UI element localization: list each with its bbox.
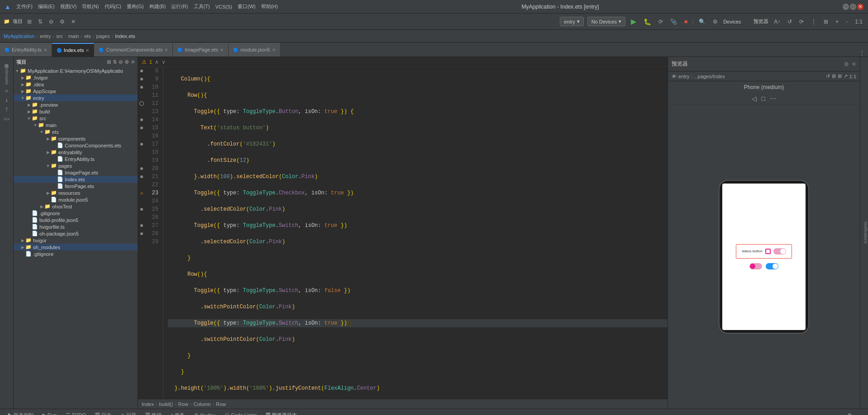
search-btn[interactable]: 🔍	[697, 18, 707, 26]
bottom-bc-build[interactable]: build()	[159, 401, 173, 407]
sidebar-item-imagepage[interactable]: ▶ 📄 ImagePage.ets	[14, 169, 138, 176]
sidebar-action-collapse[interactable]: ⊖	[119, 59, 123, 65]
menu-help[interactable]: 帮助(H)	[261, 3, 278, 10]
entry-dropdown[interactable]: entry ▾	[560, 17, 583, 26]
bottom-panel-settings-btn[interactable]: ⚙	[845, 411, 854, 415]
menu-tools[interactable]: 工具(T)	[194, 3, 210, 10]
bottom-tab-services[interactable]: ≡ 服务	[167, 410, 188, 415]
preview-rotate-btn[interactable]: ⟳	[797, 18, 806, 26]
toolbar-collapse-btn[interactable]: ⊖	[47, 18, 55, 26]
bottom-tab-codelinter[interactable]: ⬡ Code Linter	[221, 411, 260, 415]
breadcrumb-file[interactable]: Index.ets	[115, 33, 135, 39]
menu-run[interactable]: 运行(R)	[171, 3, 188, 10]
toolbar-settings-btn[interactable]: ⚙	[58, 18, 67, 26]
sidebar-item-ohmodules[interactable]: ▶ 📁 oh_modules	[14, 244, 138, 250]
sidebar-item-commoncomponents[interactable]: ▶ 📄 CommonComponents.ets	[14, 142, 138, 149]
menu-refactor[interactable]: 重构(G)	[127, 3, 144, 10]
sidebar-item-components[interactable]: ▶ 📁 components	[14, 135, 138, 142]
debug-btn[interactable]: 🐛	[642, 17, 653, 26]
tab-action-more[interactable]: ⋮	[859, 49, 865, 57]
toolbar-layout-btn[interactable]: ⊞	[25, 18, 33, 26]
bottom-bc-row2[interactable]: Row	[216, 401, 226, 407]
sidebar-item-hvigor2[interactable]: ▶ 📁 hvigor	[14, 237, 138, 244]
bottom-tab-issues[interactable]: ⚠ 问题	[117, 410, 140, 415]
bottom-tab-todo[interactable]: ☰ TODO	[62, 411, 89, 415]
window-close-button[interactable]: ✕	[857, 4, 863, 10]
preview-more-btn[interactable]: ⋮	[809, 18, 818, 26]
breadcrumb-pages[interactable]: pages	[96, 33, 110, 39]
toggle-switch-on2[interactable]	[766, 263, 778, 269]
tab-index[interactable]: 🔵 Index.ets ✕	[52, 43, 95, 57]
code-content[interactable]: Column(){ Row(){ Toggle({ type: ToggleTy…	[163, 67, 668, 399]
preview-path-grid-icon[interactable]: ⊞	[832, 73, 836, 79]
warning-chevron-down[interactable]: ∨	[162, 59, 166, 65]
sidebar-item-pages[interactable]: ▼ 📁 pages	[14, 162, 138, 169]
sidebar-item-itempage[interactable]: ▶ 📄 ItemPage.ets	[14, 183, 138, 189]
preview-path-expand-icon[interactable]: ↗	[844, 73, 848, 79]
sidebar-item-ohpackage[interactable]: ▶ 📄 oh-package.json5	[14, 230, 138, 237]
tab-close-entryability[interactable]: ✕	[43, 47, 47, 52]
sidebar-action-close[interactable]: ✕	[131, 59, 135, 65]
toolbar-sync-btn[interactable]: ⇅	[36, 18, 44, 26]
tab-entryability[interactable]: 🔵 EntryAbility.ts ✕	[0, 43, 52, 57]
sidebar-item-build[interactable]: ▶ 📁 build	[14, 108, 138, 115]
bottom-tab-run[interactable]: ▶ Run	[39, 411, 60, 415]
run-debug-btn[interactable]: ▶	[629, 16, 638, 27]
sidebar-item-entryability-ts[interactable]: ▶ 📄 EntryAbility.ts	[14, 156, 138, 162]
sidebar-item-ohostest[interactable]: ▶ 📁 ohosTest	[14, 203, 138, 210]
device-back-btn[interactable]: ◁	[752, 95, 757, 102]
sidebar-action-settings[interactable]: ⚙	[124, 59, 129, 65]
sidebar-item-entry[interactable]: ▼ 📁 entry	[14, 94, 138, 101]
preview-zoom-in-btn[interactable]: +	[834, 18, 840, 26]
bottom-tab-previewlog[interactable]: ☰ 预览器日志	[262, 410, 300, 415]
bottom-bc-index[interactable]: Index	[142, 401, 154, 407]
sidebar-item-index[interactable]: ▶ 📄 Index.ets	[14, 176, 138, 183]
menu-nav[interactable]: 导航(N)	[82, 3, 99, 10]
bottom-tab-log[interactable]: ☰ 日志	[91, 410, 115, 415]
sidebar-item-gitignore[interactable]: ▶ 📄 .gitignore	[14, 210, 138, 217]
breadcrumb-main[interactable]: main	[68, 33, 79, 39]
menu-edit[interactable]: 编辑(E)	[38, 3, 55, 10]
window-minimize-button[interactable]: ─	[843, 4, 849, 10]
profile-btn[interactable]: ⟳	[657, 18, 665, 26]
menu-view[interactable]: 视图(V)	[60, 3, 77, 10]
bottom-bc-row[interactable]: Row	[178, 401, 188, 407]
preview-path-refresh-icon[interactable]: ↺	[826, 73, 830, 79]
sidebar-item-main[interactable]: ▼ 📁 main	[14, 122, 138, 128]
sidebar-item-myapplication[interactable]: ▼ 📁 MyApplication E:\HarmonyOS\MyApplica…	[14, 67, 138, 74]
window-maximize-button[interactable]: □	[850, 4, 856, 10]
preview-actual-size-btn[interactable]: 1:1	[853, 18, 864, 26]
sidebar-item-appscope[interactable]: ▶ 📁 AppScope	[14, 88, 138, 94]
preview-refresh-btn[interactable]: ↺	[786, 18, 794, 26]
left-icon-expand[interactable]: >>	[4, 116, 10, 122]
menu-code[interactable]: 代码(C)	[105, 3, 121, 10]
tab-imagepage[interactable]: 🔵 ImagePage.ets ✕	[173, 43, 229, 57]
bottom-tab-terminal[interactable]: ☰ 终端	[142, 410, 165, 415]
menu-file[interactable]: 文件(F)	[16, 3, 33, 10]
left-icon-extra1[interactable]: ≡	[5, 88, 8, 94]
sidebar-item-src[interactable]: ▼ 📁 src	[14, 115, 138, 122]
sidebar-item-buildprofile[interactable]: ▶ 📄 build-profile.json5	[14, 217, 138, 223]
menu-build[interactable]: 构建(B)	[149, 3, 166, 10]
sidebar-item-hvigor[interactable]: ▶ 📁 .hvigor	[14, 74, 138, 81]
bottom-tab-profiler[interactable]: ⏱ Profiler	[190, 411, 219, 415]
breadcrumb-entry[interactable]: entry	[40, 33, 51, 39]
preview-zoom-out-btn[interactable]: -	[844, 18, 849, 26]
menu-window[interactable]: 窗口(W)	[238, 3, 256, 10]
preview-settings-icon[interactable]: ⚙	[844, 61, 849, 67]
preview-expand-btn[interactable]: ⊞	[822, 18, 830, 26]
warning-chevron-up[interactable]: ∧	[155, 59, 159, 65]
preview-path-ratio-icon[interactable]: 1:1	[849, 74, 856, 79]
tab-close-image[interactable]: ✕	[220, 47, 224, 52]
settings-btn[interactable]: ⚙	[711, 18, 720, 26]
device-home-btn[interactable]: □	[761, 95, 765, 102]
menu-vcs[interactable]: VCS(S)	[215, 4, 232, 9]
bottom-bc-column[interactable]: Column	[194, 401, 211, 407]
toggle-switch-on1[interactable]	[773, 248, 786, 255]
preview-font-btn[interactable]: A↑	[772, 18, 782, 26]
tab-commoncomponents[interactable]: 🔵 CommonComponents.ets ✕	[94, 43, 173, 57]
sidebar-item-resources[interactable]: ▶ 📁 resources	[14, 189, 138, 196]
toggle-switch-off[interactable]	[749, 263, 762, 269]
bottom-tab-vcs[interactable]: ▶ 版本控制	[4, 410, 37, 415]
devices-dropdown[interactable]: No Devices ▾	[587, 17, 625, 26]
